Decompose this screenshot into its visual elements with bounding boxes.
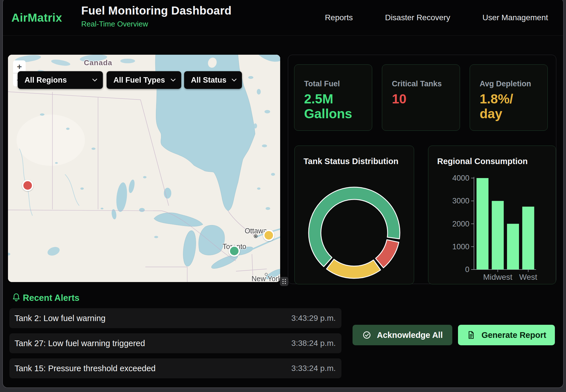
filter-dropdown-label: All Status [191, 76, 227, 85]
alert-timestamp: 3:38:24 p.m. [291, 339, 336, 348]
map[interactable]: + − All RegionsAll Fuel TypesAll StatusC… [8, 55, 280, 282]
bar-region-1 [492, 201, 504, 270]
bar-region-3 [522, 207, 534, 270]
alert-timestamp: 3:33:24 p.m. [291, 364, 336, 373]
check-circle-icon [362, 330, 371, 340]
regional-consumption-bar-chart: 01000200030004000MidwestWest [428, 146, 556, 285]
tank-status-panel: Tank Status Distribution [294, 146, 414, 284]
alert-message: Tank 2: Low fuel warning [15, 314, 105, 323]
alert-row[interactable]: Tank 27: Low fuel warning triggered3:38:… [9, 333, 341, 353]
document-icon [467, 330, 476, 340]
acknowledge-all-label: Acknowledge All [377, 330, 443, 340]
x-axis-tick-label-west: West [519, 273, 537, 281]
tank-marker-warning[interactable] [263, 230, 274, 241]
page-subtitle: Real-Time Overview [81, 20, 231, 28]
stat-card-avg-depletion: Avg Depletion1.8%/ day [470, 64, 548, 131]
y-axis-tick-label: 3000 [452, 197, 469, 205]
filter-dropdown-all-status[interactable]: All Status [184, 71, 242, 89]
x-axis-tick-label-midwest: Midwest [483, 273, 512, 281]
stat-label: Avg Depletion [480, 79, 547, 88]
app-logo: AirMatrix [11, 0, 62, 35]
nav-item-disaster-recovery[interactable]: Disaster Recovery [385, 13, 450, 22]
generate-report-button[interactable]: Generate Report [458, 325, 555, 345]
alert-row[interactable]: Tank 15: Pressure threshold exceeded3:33… [9, 358, 341, 378]
generate-report-label: Generate Report [481, 330, 546, 340]
donut-segment-warning [327, 259, 381, 278]
page-title: Fuel Monitoring Dashboard [81, 4, 231, 17]
chevron-down-icon [171, 79, 176, 82]
acknowledge-all-button[interactable]: Acknowledge All [353, 325, 452, 345]
title-block: Fuel Monitoring Dashboard Real-Time Over… [81, 4, 231, 28]
header: AirMatrix Fuel Monitoring Dashboard Real… [3, 0, 563, 36]
main-nav: ReportsDisaster RecoveryUser Management [325, 0, 548, 35]
bell-icon [11, 292, 21, 303]
filter-dropdown-all-regions[interactable]: All Regions [18, 71, 103, 89]
y-axis-tick-label: 4000 [452, 174, 469, 182]
alert-message: Tank 15: Pressure threshold exceeded [15, 364, 156, 373]
city-marker-ottawa [254, 234, 258, 238]
tank-marker-critical[interactable] [22, 180, 33, 191]
filter-dropdown-label: All Fuel Types [113, 76, 165, 85]
regional-consumption-panel: Regional Consumption 01000200030004000Mi… [428, 146, 556, 284]
alert-row[interactable]: Tank 2: Low fuel warning3:43:29 p.m. [9, 308, 341, 328]
y-axis-tick-label: 1000 [452, 242, 469, 251]
stat-label: Critical Tanks [392, 79, 460, 88]
alert-message: Tank 27: Low fuel warning triggered [15, 339, 145, 348]
stat-card-total-fuel: Total Fuel2.5M Gallons [294, 64, 372, 131]
filter-dropdown-all-fuel-types[interactable]: All Fuel Types [107, 71, 181, 89]
bar-region-0 [477, 178, 488, 270]
grip-dots-icon [282, 278, 286, 285]
map-resize-handle[interactable] [280, 277, 288, 286]
tank-marker-normal[interactable] [229, 245, 240, 257]
stat-label: Total Fuel [304, 79, 372, 88]
bar-region-2 [507, 224, 519, 270]
stat-card-critical-tanks: Critical Tanks10 [382, 64, 460, 131]
filter-dropdown-label: All Regions [25, 76, 67, 85]
y-axis-tick-label: 0 [465, 265, 469, 274]
chevron-down-icon [232, 79, 237, 82]
tank-status-donut-chart [295, 146, 414, 285]
alerts-heading: Recent Alerts [23, 293, 80, 303]
stat-value: 10 [392, 92, 460, 107]
alert-timestamp: 3:43:29 p.m. [291, 314, 336, 323]
nav-item-user-management[interactable]: User Management [482, 13, 548, 22]
donut-segment-critical [376, 240, 399, 268]
dashboard-panel: Total Fuel2.5M GallonsCritical Tanks10Av… [288, 55, 556, 284]
page: AirMatrix Fuel Monitoring Dashboard Real… [0, 0, 566, 392]
y-axis-tick-label: 2000 [452, 220, 469, 228]
city-marker-new-york [265, 273, 268, 276]
stat-value: 1.8%/ day [480, 92, 547, 121]
nav-item-reports[interactable]: Reports [325, 13, 353, 22]
chevron-down-icon [92, 79, 97, 82]
stat-value: 2.5M Gallons [304, 92, 372, 121]
